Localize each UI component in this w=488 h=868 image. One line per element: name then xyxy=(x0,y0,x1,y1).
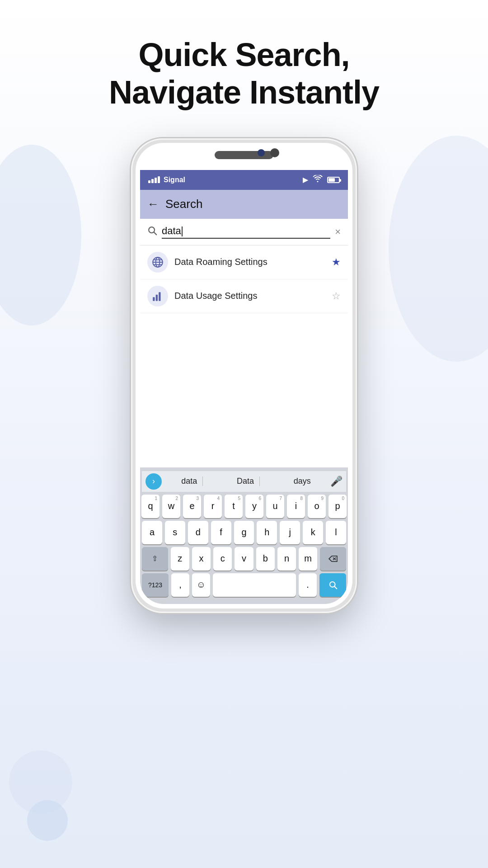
key-u[interactable]: u7 xyxy=(266,495,284,518)
suggest-word-3[interactable]: days xyxy=(288,476,316,486)
key-i[interactable]: i8 xyxy=(287,495,305,518)
signal-bar-1 xyxy=(148,180,150,183)
key-z[interactable]: z xyxy=(171,547,189,571)
key-row-1: q1 w2 e3 r4 t5 y6 u7 i8 o9 p0 xyxy=(142,495,346,518)
svg-rect-8 xyxy=(156,294,158,301)
key-b[interactable]: b xyxy=(256,547,275,571)
phone-mockup: Signal ▶ xyxy=(131,138,357,613)
key-k[interactable]: k xyxy=(303,521,323,544)
key-o[interactable]: o9 xyxy=(308,495,326,518)
result-icon-2 xyxy=(147,286,168,307)
search-icon xyxy=(147,226,157,238)
status-right: ▶ xyxy=(303,175,340,184)
key-row-2: a s d f g h j k l xyxy=(142,521,346,544)
key-h[interactable]: h xyxy=(257,521,277,544)
header-title: Search xyxy=(165,197,202,211)
key-d[interactable]: d xyxy=(188,521,208,544)
key-c[interactable]: c xyxy=(213,547,232,571)
signal-bar-2 xyxy=(151,179,154,183)
phone-screen: Signal ▶ xyxy=(140,170,348,604)
svg-line-1 xyxy=(154,232,157,235)
key-w[interactable]: w2 xyxy=(162,495,180,518)
key-period[interactable]: . xyxy=(299,573,317,597)
bg-blob-top-left xyxy=(0,145,81,326)
back-button[interactable]: ← xyxy=(147,197,159,211)
status-left: Signal xyxy=(148,176,185,184)
svg-rect-9 xyxy=(159,292,160,301)
signal-bar-3 xyxy=(155,178,157,183)
result-icon-1 xyxy=(147,252,168,273)
search-input[interactable]: data xyxy=(162,225,330,239)
key-row-4: ?123 , ☺ . xyxy=(142,573,346,597)
signal-bars-icon xyxy=(148,176,160,183)
mic-icon[interactable]: 🎤 xyxy=(330,476,343,487)
status-bar: Signal ▶ xyxy=(140,170,348,190)
wifi-icon xyxy=(313,175,323,184)
key-j[interactable]: j xyxy=(280,521,300,544)
phone-inner: Signal ▶ xyxy=(136,143,352,609)
star-icon-2[interactable]: ☆ xyxy=(332,290,341,302)
suggestions-row: › data Data days 🎤 xyxy=(142,471,346,492)
bg-blob-right xyxy=(389,136,488,362)
search-input-row: data × xyxy=(140,219,348,245)
key-search[interactable] xyxy=(319,573,346,597)
result-label-2: Data Usage Settings xyxy=(174,291,325,301)
suggest-word-1[interactable]: data xyxy=(176,476,203,486)
key-backspace[interactable] xyxy=(320,547,346,571)
key-space[interactable] xyxy=(213,573,296,597)
camera-lens xyxy=(270,148,279,157)
keyboard: › data Data days 🎤 q1 w2 xyxy=(140,467,348,604)
suggest-word-2[interactable]: Data xyxy=(231,476,260,486)
svg-rect-7 xyxy=(153,297,155,301)
key-e[interactable]: e3 xyxy=(183,495,201,518)
result-item-2[interactable]: Data Usage Settings ☆ xyxy=(140,279,348,313)
key-row-3: ⇧ z x c v b n m xyxy=(142,547,346,571)
camera-sensor xyxy=(258,149,265,156)
key-symbols[interactable]: ?123 xyxy=(142,573,169,597)
page-wrapper: Quick Search, Navigate Instantly xyxy=(0,0,488,868)
suggest-words: data Data days xyxy=(162,476,330,486)
battery-icon xyxy=(327,177,340,183)
signal-bar-4 xyxy=(158,176,160,183)
key-t[interactable]: t5 xyxy=(225,495,243,518)
key-f[interactable]: f xyxy=(211,521,231,544)
page-title: Quick Search, Navigate Instantly xyxy=(82,36,406,111)
key-a[interactable]: a xyxy=(142,521,162,544)
nav-arrow-icon: ▶ xyxy=(303,175,308,184)
svg-line-13 xyxy=(334,586,337,589)
key-y[interactable]: y6 xyxy=(245,495,263,518)
key-emoji[interactable]: ☺ xyxy=(192,573,210,597)
key-n[interactable]: n xyxy=(277,547,296,571)
result-item-1[interactable]: Data Roaming Settings ★ xyxy=(140,245,348,279)
star-icon-1[interactable]: ★ xyxy=(332,256,341,268)
phone-camera xyxy=(258,148,279,157)
key-l[interactable]: l xyxy=(326,521,346,544)
key-s[interactable]: s xyxy=(165,521,185,544)
clear-icon[interactable]: × xyxy=(335,226,341,238)
key-x[interactable]: x xyxy=(192,547,211,571)
key-m[interactable]: m xyxy=(299,547,317,571)
key-comma[interactable]: , xyxy=(171,573,189,597)
app-name-label: Signal xyxy=(164,176,185,184)
key-p[interactable]: p0 xyxy=(328,495,347,518)
key-g[interactable]: g xyxy=(234,521,254,544)
result-label-1: Data Roaming Settings xyxy=(174,257,325,267)
key-shift[interactable]: ⇧ xyxy=(142,547,168,571)
key-r[interactable]: r4 xyxy=(204,495,222,518)
search-results: Data Roaming Settings ★ xyxy=(140,245,348,467)
key-v[interactable]: v xyxy=(235,547,253,571)
bg-blob-bottom-left2 xyxy=(27,800,68,841)
suggestions-chevron[interactable]: › xyxy=(145,473,162,490)
search-header: ← Search xyxy=(140,190,348,219)
battery-fill xyxy=(328,178,335,182)
phone-outer: Signal ▶ xyxy=(131,138,357,613)
key-q[interactable]: q1 xyxy=(141,495,160,518)
